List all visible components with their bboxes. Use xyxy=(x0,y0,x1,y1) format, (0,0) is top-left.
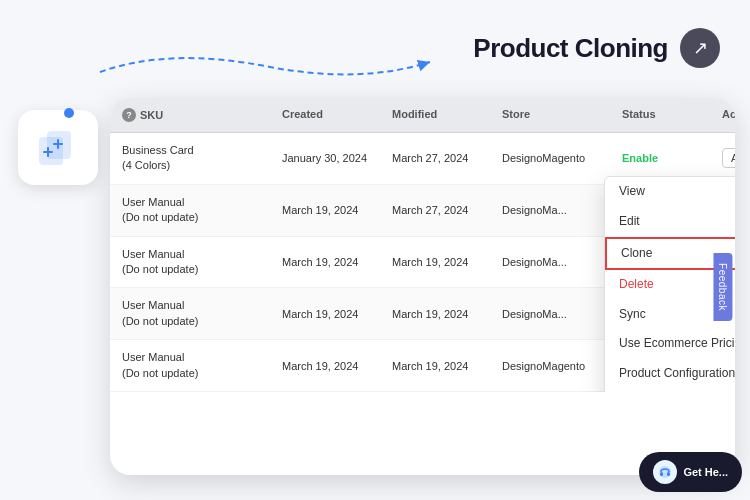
sku-cell: User Manual(Do not update) xyxy=(122,247,282,278)
table-row: Business Card(4 Colors) January 30, 2024… xyxy=(110,133,735,185)
status-cell: Enable xyxy=(622,152,722,164)
created-cell: March 19, 2024 xyxy=(282,360,392,372)
dashed-arrow-decoration xyxy=(90,42,450,92)
sku-help-icon[interactable]: ? xyxy=(122,108,136,122)
left-icon-box xyxy=(18,110,98,185)
feedback-tab[interactable]: Feedback xyxy=(714,253,733,321)
title-area: Product Cloning ↗ xyxy=(473,28,720,68)
sku-cell: User Manual(Do not update) xyxy=(122,350,282,381)
sku-cell: User Manual(Do not update) xyxy=(122,298,282,329)
svg-rect-4 xyxy=(667,472,670,476)
page-title: Product Cloning xyxy=(473,33,668,64)
store-cell: DesignoMagento xyxy=(502,152,622,164)
dropdown-item-edit[interactable]: Edit xyxy=(605,207,735,237)
modified-cell: March 19, 2024 xyxy=(392,256,502,268)
col-header-status: Status xyxy=(622,108,722,122)
created-cell: January 30, 2024 xyxy=(282,152,392,164)
help-icon xyxy=(653,460,677,484)
sku-cell: Business Card(4 Colors) xyxy=(122,143,282,174)
modified-cell: March 19, 2024 xyxy=(392,360,502,372)
table-card: Feedback ? SKU Created Modified Store St… xyxy=(110,98,735,475)
dropdown-item-ecommerce-pricing[interactable]: Use Ecommerce Pricing xyxy=(605,329,735,359)
dropdown-item-product-config[interactable]: Product Configuration xyxy=(605,359,735,389)
modified-cell: March 27, 2024 xyxy=(392,152,502,164)
clone-icon xyxy=(34,124,82,172)
blue-dot-decoration xyxy=(64,108,74,118)
col-header-store: Store xyxy=(502,108,622,122)
actions-button[interactable]: Actions ▲ xyxy=(722,148,735,168)
col-header-created: Created xyxy=(282,108,392,122)
col-header-action: Action xyxy=(722,108,735,122)
table-body: Business Card(4 Colors) January 30, 2024… xyxy=(110,133,735,392)
modified-cell: March 27, 2024 xyxy=(392,204,502,216)
modified-cell: March 19, 2024 xyxy=(392,308,502,320)
svg-rect-3 xyxy=(660,472,663,476)
created-cell: March 19, 2024 xyxy=(282,256,392,268)
col-header-sku: ? SKU xyxy=(122,108,282,122)
created-cell: March 19, 2024 xyxy=(282,308,392,320)
dropdown-item-pricing-config: Pricing Configuration Product configurat… xyxy=(605,389,735,392)
title-icon-button[interactable]: ↗ xyxy=(680,28,720,68)
col-header-modified: Modified xyxy=(392,108,502,122)
sku-cell: User Manual(Do not update) xyxy=(122,195,282,226)
dropdown-item-view[interactable]: View xyxy=(605,177,735,207)
headset-icon xyxy=(657,464,673,480)
action-cell: Actions ▲ View Edit Clone Delete Sync Us… xyxy=(722,148,735,168)
get-help-label: Get He... xyxy=(683,466,728,478)
created-cell: March 19, 2024 xyxy=(282,204,392,216)
table-header: ? SKU Created Modified Store Status Acti… xyxy=(110,98,735,133)
get-help-button[interactable]: Get He... xyxy=(639,452,742,492)
actions-label: Actions xyxy=(731,152,735,164)
ecommerce-pricing-label: Use Ecommerce Pricing xyxy=(619,336,735,352)
